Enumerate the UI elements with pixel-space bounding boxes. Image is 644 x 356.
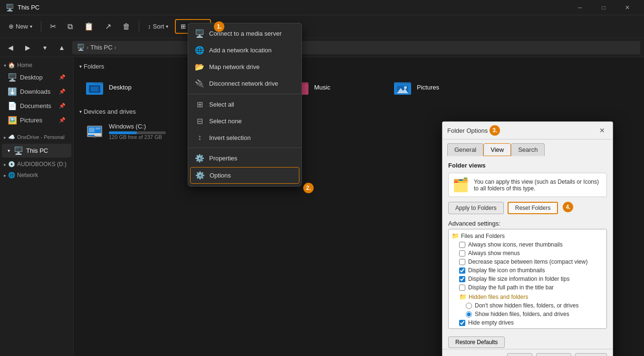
- tree-group-files-folders: 📁 Files and Folders: [451, 231, 605, 240]
- menu-select-none[interactable]: ⊟ Select none: [188, 113, 301, 129]
- cb-compact[interactable]: [459, 259, 465, 265]
- delete-button[interactable]: 🗑: [118, 20, 135, 34]
- menu-connect-media[interactable]: 🖥️ Connect to a media server: [188, 25, 301, 42]
- cb-hide-empty[interactable]: [459, 320, 465, 326]
- menu-add-network[interactable]: 🌐 Add a network location: [188, 42, 301, 59]
- add-network-icon: 🌐: [195, 46, 204, 55]
- rb-dont-show-hidden[interactable]: [466, 303, 472, 309]
- pin-icon-3: 📌: [59, 103, 66, 109]
- cb-file-icon-thumbs[interactable]: [459, 267, 465, 274]
- sidebar-home-group[interactable]: ▾ 🏠 Home: [0, 59, 73, 70]
- tree-item-show-hidden[interactable]: Show hidden files, folders, and drives: [451, 310, 605, 318]
- sidebar-pictures-label: Pictures: [20, 117, 42, 124]
- pin-icon-4: 📌: [59, 117, 66, 123]
- music-folder-name: Music: [314, 84, 330, 91]
- cb-always-menus[interactable]: [459, 250, 465, 257]
- title-text: This PC: [18, 4, 39, 11]
- tree-item-dont-show-hidden[interactable]: Don't show hidden files, folders, or dri…: [451, 301, 605, 310]
- maximize-button[interactable]: □: [593, 0, 615, 15]
- folder-desktop[interactable]: Desktop: [79, 74, 174, 100]
- pin-icon-2: 📌: [59, 89, 66, 95]
- toolbar-separator: [41, 21, 41, 32]
- reset-folders-button[interactable]: Reset Folders: [508, 202, 558, 214]
- expand-button[interactable]: ▾: [38, 41, 51, 54]
- paste-button[interactable]: 📋: [79, 19, 98, 34]
- menu-select-all[interactable]: ⊞ Select all: [188, 96, 301, 113]
- menu-invert-selection[interactable]: ↕️ Invert selection: [188, 129, 301, 146]
- thispc-label: This PC: [26, 147, 48, 154]
- copy-button[interactable]: ⧉: [63, 20, 77, 34]
- ok-button[interactable]: OK: [507, 353, 532, 356]
- rb-show-hidden[interactable]: [466, 311, 472, 317]
- sidebar-item-desktop[interactable]: 🖥️ Desktop 📌: [2, 70, 71, 84]
- map-drive-icon: 📂: [195, 62, 204, 71]
- forward-button[interactable]: ▶: [21, 41, 34, 54]
- menu-separator-2: [188, 148, 301, 148]
- cb-always-icons[interactable]: [459, 242, 465, 248]
- tree-item-file-icon-thumbnails[interactable]: Display file icon on thumbnails: [451, 266, 605, 275]
- tree-subgroup-hidden: 📁 Hidden files and folders: [451, 292, 605, 301]
- up-button[interactable]: ▲: [55, 41, 68, 54]
- tree-item-hide-empty[interactable]: Hide empty drives: [451, 318, 605, 327]
- menu-options[interactable]: ⚙️ Options: [190, 167, 299, 184]
- new-button[interactable]: ⊕ New ▾: [4, 20, 37, 33]
- tree-item-always-icons[interactable]: Always show icons, never thumbnails: [451, 240, 605, 249]
- folder-options-dialog: Folder Options 3. ✕ General View Search …: [442, 121, 613, 356]
- tab-view[interactable]: View: [483, 143, 511, 156]
- share-button[interactable]: ↗: [100, 19, 116, 34]
- sidebar-onedrive-group[interactable]: ▸ ☁️ OneDrive - Personal: [0, 131, 73, 142]
- svg-point-18: [404, 86, 407, 89]
- properties-label: Properties: [209, 155, 237, 162]
- sidebar-item-thispc[interactable]: ▾ 🖥️ This PC: [2, 144, 71, 158]
- path-separator-2: ›: [115, 44, 116, 51]
- restore-defaults-button[interactable]: Restore Defaults: [448, 336, 505, 348]
- cb-full-path[interactable]: [459, 285, 465, 291]
- close-button[interactable]: ✕: [616, 0, 638, 15]
- tree-item-file-size[interactable]: Display file size information in folder …: [451, 275, 605, 283]
- cut-button[interactable]: ✂: [45, 19, 61, 34]
- sort-button[interactable]: ↕ Sort ▾: [143, 20, 173, 33]
- cb-hide-extensions[interactable]: [459, 328, 465, 329]
- documents-icon: 📄: [8, 101, 16, 110]
- cb-file-size[interactable]: [459, 276, 465, 282]
- drive-detail: 120 GB free of 237 GB: [109, 134, 166, 140]
- sidebar-item-downloads[interactable]: ⬇️ Downloads 📌: [2, 85, 71, 99]
- pictures-folder-icon: [393, 78, 412, 97]
- tab-general[interactable]: General: [447, 143, 483, 156]
- back-button[interactable]: ◀: [4, 41, 17, 54]
- sidebar-item-documents[interactable]: 📄 Documents 📌: [2, 99, 71, 113]
- dialog-close-button[interactable]: ✕: [596, 125, 608, 136]
- tree-item-hide-extensions[interactable]: Hide extensions for known file types: [451, 327, 605, 329]
- tree-item-always-menus[interactable]: Always show menus: [451, 249, 605, 257]
- sidebar-network-group[interactable]: ▸ 🌐 Network: [0, 169, 73, 180]
- pictures-folder-name: Pictures: [417, 84, 439, 91]
- svg-rect-2: [86, 82, 93, 85]
- path-this-pc: This PC: [90, 44, 112, 51]
- sort-chevron-icon: ▾: [166, 24, 168, 29]
- apply-button[interactable]: Apply: [575, 353, 607, 356]
- folder-pictures[interactable]: Pictures: [387, 74, 482, 100]
- menu-properties[interactable]: ⚙️ Properties: [188, 150, 301, 167]
- apply-to-folders-button[interactable]: Apply to Folders: [448, 202, 504, 214]
- menu-disconnect-drive[interactable]: 🔌 Disconnect network drive: [188, 75, 301, 92]
- cancel-button[interactable]: Cancel: [536, 353, 571, 356]
- menu-map-drive[interactable]: 📂 Map network drive: [188, 59, 301, 75]
- annotation-3: 3.: [490, 125, 500, 136]
- view-dropdown-menu: 🖥️ Connect to a media server 🌐 Add a net…: [188, 23, 302, 187]
- audiobooks-icon: 💿: [8, 161, 15, 168]
- tab-search[interactable]: Search: [511, 143, 545, 156]
- sidebar-item-pictures[interactable]: 🖼️ Pictures 📌: [2, 113, 71, 127]
- select-all-icon: ⊞: [195, 100, 204, 109]
- tree-item-full-path[interactable]: Display the full path in the title bar: [451, 283, 605, 292]
- new-icon: ⊕: [9, 23, 14, 30]
- title-icon: 🖥️: [6, 4, 14, 11]
- options-label: Options: [210, 172, 231, 179]
- address-path[interactable]: 🖥️ › This PC ›: [72, 41, 640, 54]
- folder-views-icon: 🗂️: [452, 177, 469, 193]
- select-all-label: Select all: [209, 101, 234, 108]
- annotation-4: 4.: [563, 202, 573, 212]
- drive-name: Windows (C:): [109, 123, 166, 130]
- sidebar-audiobooks-group[interactable]: ▸ 💿 AUDIOBOOKS (D:): [0, 158, 73, 169]
- tree-item-compact[interactable]: Decrease space between items (compact vi…: [451, 257, 605, 266]
- minimize-button[interactable]: ─: [569, 0, 591, 15]
